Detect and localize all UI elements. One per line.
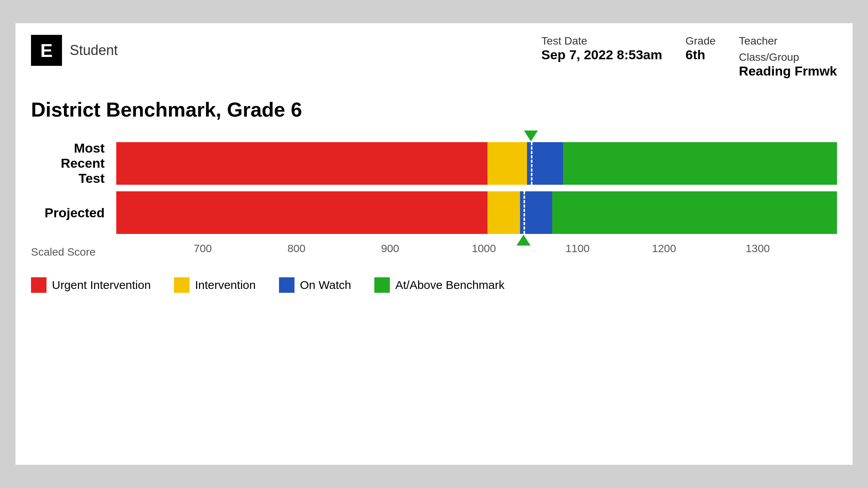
header-left: E Student	[31, 35, 118, 66]
triangle-down-1	[524, 131, 538, 141]
tick-1000: 1000	[472, 242, 496, 255]
legend: Urgent Intervention Intervention On Watc…	[31, 277, 837, 293]
class-group-label: Class/Group	[739, 51, 799, 64]
marker-line-1	[531, 142, 532, 185]
test-date-label: Test Date	[541, 35, 587, 47]
chart-title: District Benchmark, Grade 6	[31, 98, 837, 121]
bar-label-most-recent: Most Recent Test	[31, 141, 116, 186]
teacher-label: Teacher	[739, 35, 778, 47]
seg-yellow-1	[487, 142, 527, 185]
bar-row-projected: Projected	[31, 191, 837, 234]
teacher-col: Teacher Class/Group Reading Frmwk	[739, 35, 837, 79]
scaled-score-label: Scaled Score	[31, 246, 96, 258]
triangle-up-2	[517, 235, 530, 246]
seg-yellow-2	[487, 191, 520, 234]
legend-swatch-on-watch	[279, 277, 294, 293]
grade-value: 6th	[685, 47, 705, 62]
tick-1100: 1100	[565, 242, 589, 255]
legend-label-on-watch: On Watch	[300, 278, 351, 292]
bar-projected	[116, 191, 837, 234]
legend-urgent: Urgent Intervention	[31, 277, 151, 293]
grade-label: Grade	[685, 35, 716, 47]
class-group-value: Reading Frmwk	[739, 64, 837, 79]
seg-red-1	[116, 142, 487, 185]
tick-1300: 1300	[746, 242, 770, 255]
seg-blue-1	[527, 142, 563, 185]
test-date-value: Sep 7, 2022 8:53am	[541, 47, 662, 62]
bar-label-projected: Projected	[31, 205, 116, 220]
bar-row-most-recent: Most Recent Test	[31, 141, 837, 186]
marker-line-2	[524, 191, 525, 234]
legend-swatch-benchmark	[374, 277, 390, 293]
header-right: Test Date Sep 7, 2022 8:53am Grade 6th T…	[541, 35, 837, 79]
legend-label-urgent: Urgent Intervention	[52, 278, 151, 292]
chart-wrapper: Most Recent Test Projected	[31, 141, 837, 262]
legend-swatch-intervention	[174, 277, 189, 293]
tick-700: 700	[194, 242, 212, 255]
axis-row: Scaled Score 700 800 900 1000 1100 1200 …	[31, 242, 837, 262]
legend-label-intervention: Intervention	[195, 278, 256, 292]
test-date-col: Test Date Sep 7, 2022 8:53am	[541, 35, 662, 62]
grade-col: Grade 6th	[685, 35, 716, 62]
tick-1200: 1200	[652, 242, 676, 255]
legend-on-watch: On Watch	[279, 277, 351, 293]
main-container: E Student Test Date Sep 7, 2022 8:53am G…	[16, 23, 852, 465]
legend-swatch-urgent	[31, 277, 46, 293]
seg-red-2	[116, 191, 487, 234]
legend-label-benchmark: At/Above Benchmark	[395, 278, 505, 292]
seg-green-2	[552, 191, 837, 234]
legend-intervention: Intervention	[174, 277, 256, 293]
legend-benchmark: At/Above Benchmark	[374, 277, 505, 293]
header: E Student Test Date Sep 7, 2022 8:53am G…	[31, 35, 837, 90]
axis-container: 700 800 900 1000 1100 1200 1300	[116, 242, 837, 262]
avatar: E	[31, 35, 62, 66]
axis-spacer: Scaled Score	[31, 246, 116, 258]
tick-800: 800	[288, 242, 306, 255]
bar-most-recent	[116, 142, 837, 185]
seg-green-1	[563, 142, 837, 185]
tick-900: 900	[381, 242, 399, 255]
student-label: Student	[70, 42, 118, 58]
